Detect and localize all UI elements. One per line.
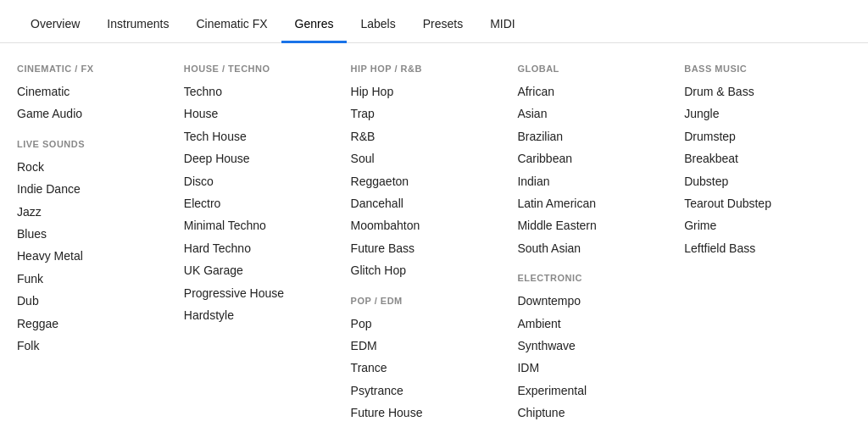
section-title-hip-hop-r-b: HIP HOP / R&B	[351, 64, 509, 74]
genre-item[interactable]: Funk	[17, 268, 175, 290]
column-bass: BASS MUSICDrum & BassJungleDrumstepBreak…	[684, 64, 851, 427]
genre-item[interactable]: R&B	[351, 125, 509, 147]
genre-item[interactable]: Trip Hop	[517, 424, 676, 427]
genre-item[interactable]: Blues	[17, 223, 175, 245]
nav-item-presets[interactable]: Presets	[409, 10, 476, 43]
genre-item[interactable]: Brazilian	[517, 125, 676, 147]
genre-item[interactable]: Hip Hop	[351, 80, 509, 103]
genre-item[interactable]: IDM	[517, 357, 676, 379]
genre-item[interactable]: Breakbeat	[684, 147, 843, 169]
genre-item[interactable]: Pop	[351, 313, 509, 335]
nav-item-cinematic-fx[interactable]: Cinematic FX	[183, 10, 281, 43]
top-nav: OverviewInstrumentsCinematic FXGenresLab…	[0, 0, 868, 43]
genre-item[interactable]: Tech House	[184, 125, 342, 147]
genre-item[interactable]: EDM	[351, 335, 509, 357]
genre-item[interactable]: Drum & Bass	[684, 80, 843, 103]
genre-item[interactable]: Folk	[17, 335, 175, 357]
genre-item[interactable]: Heavy Metal	[17, 245, 175, 267]
nav-item-labels[interactable]: Labels	[347, 10, 409, 43]
genre-item[interactable]: Dancehall	[351, 192, 509, 214]
column-house: HOUSE / TECHNOTechnoHouseTech HouseDeep …	[184, 64, 351, 427]
genre-item[interactable]: South Asian	[517, 237, 676, 259]
section-title-cinematic-fx: CINEMATIC / FX	[17, 64, 175, 74]
genre-item[interactable]: Progressive House	[184, 282, 342, 304]
genre-item[interactable]: Dubstep	[684, 170, 843, 192]
genre-item[interactable]: Downtempo	[517, 290, 676, 312]
genre-item[interactable]: Ambient	[517, 313, 676, 335]
genre-item[interactable]: Caribbean	[517, 147, 676, 169]
content-area: CINEMATIC / FXCinematicGame AudioLIVE SO…	[0, 43, 868, 427]
genre-item[interactable]: Hardstyle	[184, 304, 342, 326]
section-title-pop-edm: POP / EDM	[351, 296, 509, 306]
genre-item[interactable]: Disco	[184, 170, 342, 192]
genre-item[interactable]: Electro	[184, 192, 342, 214]
genre-item[interactable]: House	[184, 103, 342, 125]
genre-item[interactable]: Grime	[684, 214, 843, 236]
genre-item[interactable]: Middle Eastern	[517, 214, 676, 236]
genre-item[interactable]: Reggae	[17, 313, 175, 335]
column-hiphop: HIP HOP / R&BHip HopTrapR&BSoulReggaeton…	[351, 64, 518, 427]
section-title-house-techno: HOUSE / TECHNO	[184, 64, 342, 74]
genre-item[interactable]: Rock	[17, 156, 175, 178]
genre-item[interactable]: UK Garage	[184, 259, 342, 281]
genre-item[interactable]: Latin American	[517, 192, 676, 214]
section-title-bass-music: BASS MUSIC	[684, 64, 843, 74]
genre-item[interactable]: Leftfield Bass	[684, 237, 843, 259]
genre-item[interactable]: Minimal Techno	[184, 214, 342, 236]
genre-item[interactable]: Experimental	[517, 380, 676, 402]
genre-item[interactable]: Game Audio	[17, 103, 175, 125]
genre-item[interactable]: Drumstep	[684, 125, 843, 147]
genre-item[interactable]: Soul	[351, 147, 509, 169]
genre-item[interactable]: Synthwave	[517, 335, 676, 357]
genre-item[interactable]: Jungle	[684, 103, 843, 125]
genre-item[interactable]: Techno	[184, 80, 342, 103]
column-global: GLOBALAfricanAsianBrazilianCaribbeanIndi…	[517, 64, 684, 427]
genre-item[interactable]: African	[517, 80, 676, 103]
genre-item[interactable]: Fidget House	[351, 424, 509, 427]
genre-item[interactable]: Hard Techno	[184, 237, 342, 259]
genre-item[interactable]: Tearout Dubstep	[684, 192, 843, 214]
section-title-electronic: ELECTRONIC	[517, 273, 676, 283]
genre-item[interactable]: Moombahton	[351, 214, 509, 236]
section-title-live-sounds: LIVE SOUNDS	[17, 139, 175, 149]
genre-item[interactable]: Trance	[351, 357, 509, 379]
genre-item[interactable]: Future Bass	[351, 237, 509, 259]
genre-item[interactable]: Indian	[517, 170, 676, 192]
genre-item[interactable]: Reggaeton	[351, 170, 509, 192]
nav-item-midi[interactable]: MIDI	[476, 10, 529, 43]
genre-item[interactable]: Asian	[517, 103, 676, 125]
genre-item[interactable]: Psytrance	[351, 380, 509, 402]
genre-item[interactable]: Indie Dance	[17, 178, 175, 200]
nav-item-genres[interactable]: Genres	[281, 10, 348, 43]
nav-item-instruments[interactable]: Instruments	[93, 10, 182, 43]
column-cinematic: CINEMATIC / FXCinematicGame AudioLIVE SO…	[17, 64, 184, 427]
genre-item[interactable]: Glitch Hop	[351, 259, 509, 281]
genre-item[interactable]: Dub	[17, 290, 175, 312]
genre-item[interactable]: Future House	[351, 402, 509, 424]
section-title-global: GLOBAL	[517, 64, 676, 74]
genre-item[interactable]: Cinematic	[17, 80, 175, 103]
nav-item-overview[interactable]: Overview	[17, 10, 93, 43]
genre-item[interactable]: Deep House	[184, 147, 342, 169]
genre-item[interactable]: Jazz	[17, 201, 175, 223]
genre-item[interactable]: Chiptune	[517, 402, 676, 424]
genre-item[interactable]: Trap	[351, 103, 509, 125]
